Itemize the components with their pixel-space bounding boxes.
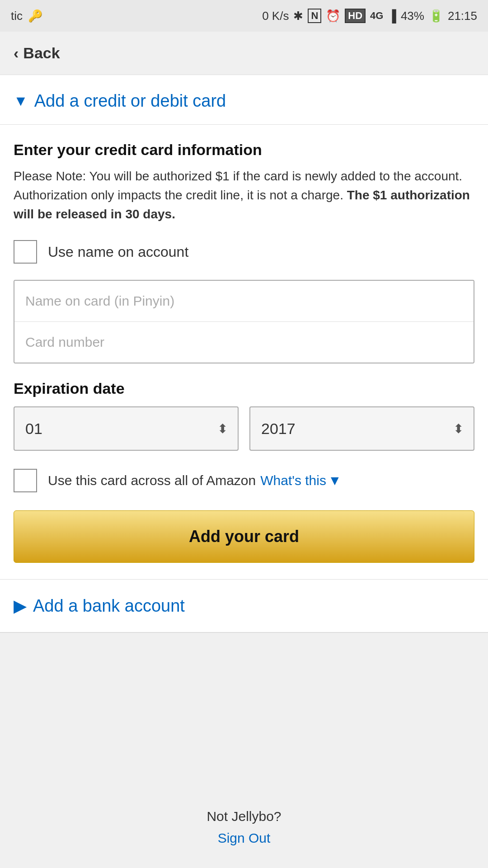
name-on-card-input[interactable] [14,281,474,322]
bank-section-expand-icon: ▶ [14,596,27,616]
use-name-checkbox[interactable] [14,240,37,264]
battery-text: 43% [401,9,424,23]
use-name-label: Use name on account [48,244,188,260]
key-icon: 🔑 [28,9,42,23]
year-select[interactable]: 2017 2018 2019 2020 2021 2022 2023 2024 [249,406,474,451]
status-bar: tic 🔑 0 K/s ✱ N ⏰ HD 4G ▐ 43% 🔋 21:15 [0,0,488,32]
card-number-input[interactable] [14,322,474,363]
add-card-button[interactable]: Add your card [14,510,474,563]
use-name-checkbox-row: Use name on account [14,240,474,264]
amazon-checkbox[interactable] [14,469,37,492]
whats-this-arrow-icon: ▼ [328,473,342,488]
credit-card-form-area: Enter your credit card information Pleas… [0,125,488,579]
footer: Not Jellybo? Sign Out [0,787,488,868]
bank-section-divider [0,632,488,633]
whats-this-text: What's this [260,473,326,488]
nfc-icon: N [308,9,321,23]
bank-account-section: ▶ Add a bank account [0,580,488,632]
battery-icon: 🔋 [429,9,443,23]
hd-icon: HD [345,9,366,23]
form-note: Please Note: You will be authorized $1 i… [14,167,474,224]
form-heading: Enter your credit card information [14,141,474,159]
year-select-wrapper: 2017 2018 2019 2020 2021 2022 2023 2024 … [249,406,474,451]
page-wrapper: tic 🔑 0 K/s ✱ N ⏰ HD 4G ▐ 43% 🔋 21:15 ‹ … [0,0,488,868]
back-arrow-icon: ‹ [14,44,19,62]
back-bar: ‹ Back [0,32,488,75]
expiration-label: Expiration date [14,380,474,397]
expiration-row: 01 02 03 04 05 06 07 08 09 10 11 12 ⬍ [14,406,474,451]
signal-icon: ▐ [388,9,396,23]
not-user-text: Not Jellybo? [14,809,474,824]
add-credit-card-link[interactable]: Add a credit or debit card [34,91,226,111]
amazon-text: Use this card across all of Amazon [48,473,256,488]
month-select-wrapper: 01 02 03 04 05 06 07 08 09 10 11 12 ⬍ [14,406,239,451]
carrier-text: tic [11,9,23,23]
add-bank-account-link[interactable]: ▶ Add a bank account [14,596,474,616]
credit-card-section-header: ▼ Add a credit or debit card [0,75,488,125]
credit-card-expand-icon: ▼ [14,93,28,109]
back-label: Back [23,44,60,62]
month-select[interactable]: 01 02 03 04 05 06 07 08 09 10 11 12 [14,406,239,451]
alarm-icon: ⏰ [326,9,340,23]
card-input-group [14,280,474,363]
amazon-checkbox-row: Use this card across all of Amazon What'… [14,469,474,492]
back-button[interactable]: ‹ Back [14,44,474,62]
bank-section-title: Add a bank account [33,596,185,616]
network-icon: 4G [370,10,383,22]
status-bar-right: 0 K/s ✱ N ⏰ HD 4G ▐ 43% 🔋 21:15 [262,9,477,23]
speed-indicator: 0 K/s [262,9,289,23]
time-display: 21:15 [448,9,477,23]
status-bar-left: tic 🔑 [11,9,42,23]
amazon-checkbox-text: Use this card across all of Amazon What'… [48,473,342,488]
main-content: ▼ Add a credit or debit card Enter your … [0,75,488,633]
sign-out-link[interactable]: Sign Out [218,830,271,845]
whats-this-link[interactable]: What's this ▼ [260,473,341,488]
bluetooth-icon: ✱ [293,9,303,23]
